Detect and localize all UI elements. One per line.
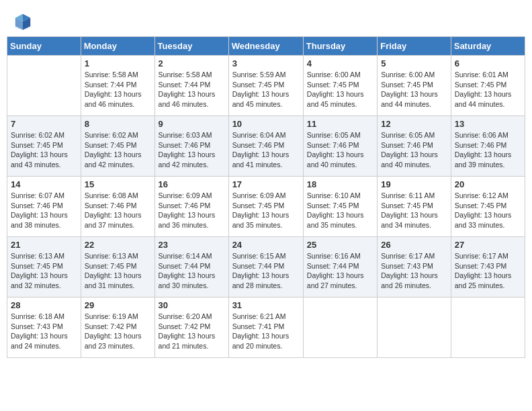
day-info: Sunrise: 5:59 AM Sunset: 7:45 PM Dayligh… xyxy=(232,70,300,109)
calendar-day-cell: 21Sunrise: 6:13 AM Sunset: 7:45 PM Dayli… xyxy=(7,237,81,298)
logo-icon xyxy=(13,12,32,31)
weekday-header-cell: Saturday xyxy=(451,37,525,56)
day-number: 22 xyxy=(85,240,151,250)
calendar-day-cell: 9Sunrise: 6:03 AM Sunset: 7:46 PM Daylig… xyxy=(154,116,228,177)
calendar-day-cell: 25Sunrise: 6:16 AM Sunset: 7:44 PM Dayli… xyxy=(303,237,377,298)
calendar-day-cell: 11Sunrise: 6:05 AM Sunset: 7:46 PM Dayli… xyxy=(303,116,377,177)
calendar-day-cell: 14Sunrise: 6:07 AM Sunset: 7:46 PM Dayli… xyxy=(7,177,81,237)
day-info: Sunrise: 6:19 AM Sunset: 7:42 PM Dayligh… xyxy=(85,312,151,351)
day-info: Sunrise: 6:12 AM Sunset: 7:45 PM Dayligh… xyxy=(455,191,521,230)
calendar-day-cell: 15Sunrise: 6:08 AM Sunset: 7:46 PM Dayli… xyxy=(81,177,154,237)
day-info: Sunrise: 6:06 AM Sunset: 7:46 PM Dayligh… xyxy=(455,130,521,170)
day-number: 21 xyxy=(11,240,77,250)
day-number: 20 xyxy=(455,179,521,189)
day-info: Sunrise: 6:07 AM Sunset: 7:46 PM Dayligh… xyxy=(11,191,77,230)
day-number: 12 xyxy=(381,119,447,129)
calendar-day-cell: 27Sunrise: 6:17 AM Sunset: 7:43 PM Dayli… xyxy=(451,237,525,298)
day-number: 9 xyxy=(159,119,225,129)
calendar-day-cell: 10Sunrise: 6:04 AM Sunset: 7:46 PM Dayli… xyxy=(228,116,303,177)
day-number: 4 xyxy=(307,58,373,68)
calendar-container: SundayMondayTuesdayWednesdayThursdayFrid… xyxy=(0,36,532,365)
day-info: Sunrise: 6:13 AM Sunset: 7:45 PM Dayligh… xyxy=(11,251,77,291)
day-info: Sunrise: 6:21 AM Sunset: 7:41 PM Dayligh… xyxy=(232,312,300,351)
weekday-header-cell: Wednesday xyxy=(228,37,303,56)
day-info: Sunrise: 6:15 AM Sunset: 7:44 PM Dayligh… xyxy=(232,251,300,291)
calendar-week-row: 1Sunrise: 5:58 AM Sunset: 7:44 PM Daylig… xyxy=(7,56,525,116)
logo xyxy=(13,12,34,31)
calendar-day-cell: 20Sunrise: 6:12 AM Sunset: 7:45 PM Dayli… xyxy=(451,177,525,237)
weekday-header-cell: Monday xyxy=(81,37,154,56)
day-number: 2 xyxy=(159,58,225,68)
calendar-week-row: 21Sunrise: 6:13 AM Sunset: 7:45 PM Dayli… xyxy=(7,237,525,298)
calendar-body: 1Sunrise: 5:58 AM Sunset: 7:44 PM Daylig… xyxy=(7,56,525,358)
day-number: 17 xyxy=(232,179,300,189)
day-number: 24 xyxy=(232,240,300,250)
calendar-week-row: 28Sunrise: 6:18 AM Sunset: 7:43 PM Dayli… xyxy=(7,298,525,358)
day-number: 3 xyxy=(232,58,300,68)
day-info: Sunrise: 6:10 AM Sunset: 7:45 PM Dayligh… xyxy=(307,191,373,230)
calendar-day-cell: 28Sunrise: 6:18 AM Sunset: 7:43 PM Dayli… xyxy=(7,298,81,358)
day-number: 16 xyxy=(159,179,225,189)
day-info: Sunrise: 6:05 AM Sunset: 7:46 PM Dayligh… xyxy=(307,130,373,170)
day-number: 29 xyxy=(85,300,151,310)
day-number: 11 xyxy=(307,119,373,129)
calendar-day-cell xyxy=(451,298,525,358)
calendar-day-cell: 24Sunrise: 6:15 AM Sunset: 7:44 PM Dayli… xyxy=(228,237,303,298)
day-number: 8 xyxy=(85,119,151,129)
calendar-week-row: 14Sunrise: 6:07 AM Sunset: 7:46 PM Dayli… xyxy=(7,177,525,237)
calendar-day-cell: 2Sunrise: 5:58 AM Sunset: 7:44 PM Daylig… xyxy=(154,56,228,116)
calendar-day-cell: 26Sunrise: 6:17 AM Sunset: 7:43 PM Dayli… xyxy=(378,237,451,298)
calendar-day-cell: 13Sunrise: 6:06 AM Sunset: 7:46 PM Dayli… xyxy=(451,116,525,177)
calendar-day-cell xyxy=(378,298,451,358)
day-info: Sunrise: 6:17 AM Sunset: 7:43 PM Dayligh… xyxy=(381,251,447,291)
calendar-day-cell xyxy=(7,56,81,116)
day-info: Sunrise: 6:16 AM Sunset: 7:44 PM Dayligh… xyxy=(307,251,373,291)
calendar-day-cell: 12Sunrise: 6:05 AM Sunset: 7:46 PM Dayli… xyxy=(378,116,451,177)
calendar-day-cell: 8Sunrise: 6:02 AM Sunset: 7:45 PM Daylig… xyxy=(81,116,154,177)
day-info: Sunrise: 6:09 AM Sunset: 7:45 PM Dayligh… xyxy=(232,191,300,230)
calendar-day-cell: 3Sunrise: 5:59 AM Sunset: 7:45 PM Daylig… xyxy=(228,56,303,116)
calendar-day-cell xyxy=(303,298,377,358)
day-number: 27 xyxy=(455,240,521,250)
day-info: Sunrise: 6:02 AM Sunset: 7:45 PM Dayligh… xyxy=(85,130,151,170)
day-info: Sunrise: 6:17 AM Sunset: 7:43 PM Dayligh… xyxy=(455,251,521,291)
day-number: 23 xyxy=(159,240,225,250)
weekday-header-cell: Friday xyxy=(378,37,451,56)
day-number: 31 xyxy=(232,300,300,310)
calendar-week-row: 7Sunrise: 6:02 AM Sunset: 7:45 PM Daylig… xyxy=(7,116,525,177)
day-info: Sunrise: 5:58 AM Sunset: 7:44 PM Dayligh… xyxy=(85,70,151,109)
day-number: 30 xyxy=(159,300,225,310)
day-number: 10 xyxy=(232,119,300,129)
weekday-header-row: SundayMondayTuesdayWednesdayThursdayFrid… xyxy=(7,37,525,56)
day-info: Sunrise: 6:14 AM Sunset: 7:44 PM Dayligh… xyxy=(159,251,225,291)
day-number: 7 xyxy=(11,119,77,129)
day-info: Sunrise: 6:18 AM Sunset: 7:43 PM Dayligh… xyxy=(11,312,77,351)
day-number: 5 xyxy=(381,58,447,68)
day-info: Sunrise: 5:58 AM Sunset: 7:44 PM Dayligh… xyxy=(159,70,225,109)
calendar-day-cell: 7Sunrise: 6:02 AM Sunset: 7:45 PM Daylig… xyxy=(7,116,81,177)
day-info: Sunrise: 6:20 AM Sunset: 7:42 PM Dayligh… xyxy=(159,312,225,351)
day-number: 18 xyxy=(307,179,373,189)
day-info: Sunrise: 6:13 AM Sunset: 7:45 PM Dayligh… xyxy=(85,251,151,291)
calendar-day-cell: 31Sunrise: 6:21 AM Sunset: 7:41 PM Dayli… xyxy=(228,298,303,358)
day-info: Sunrise: 6:01 AM Sunset: 7:45 PM Dayligh… xyxy=(455,70,521,109)
page-header xyxy=(0,0,532,36)
day-number: 15 xyxy=(85,179,151,189)
day-info: Sunrise: 6:04 AM Sunset: 7:46 PM Dayligh… xyxy=(232,130,300,170)
day-number: 19 xyxy=(381,179,447,189)
weekday-header-cell: Thursday xyxy=(303,37,377,56)
day-info: Sunrise: 6:11 AM Sunset: 7:45 PM Dayligh… xyxy=(381,191,447,230)
calendar-day-cell: 22Sunrise: 6:13 AM Sunset: 7:45 PM Dayli… xyxy=(81,237,154,298)
calendar-day-cell: 4Sunrise: 6:00 AM Sunset: 7:45 PM Daylig… xyxy=(303,56,377,116)
day-number: 6 xyxy=(455,58,521,68)
day-info: Sunrise: 6:00 AM Sunset: 7:45 PM Dayligh… xyxy=(381,70,447,109)
calendar-day-cell: 16Sunrise: 6:09 AM Sunset: 7:46 PM Dayli… xyxy=(154,177,228,237)
day-number: 13 xyxy=(455,119,521,129)
weekday-header-cell: Sunday xyxy=(7,37,81,56)
day-info: Sunrise: 6:09 AM Sunset: 7:46 PM Dayligh… xyxy=(159,191,225,230)
calendar-day-cell: 30Sunrise: 6:20 AM Sunset: 7:42 PM Dayli… xyxy=(154,298,228,358)
day-number: 28 xyxy=(11,300,77,310)
calendar-day-cell: 18Sunrise: 6:10 AM Sunset: 7:45 PM Dayli… xyxy=(303,177,377,237)
calendar-day-cell: 6Sunrise: 6:01 AM Sunset: 7:45 PM Daylig… xyxy=(451,56,525,116)
calendar-table: SundayMondayTuesdayWednesdayThursdayFrid… xyxy=(7,36,525,358)
